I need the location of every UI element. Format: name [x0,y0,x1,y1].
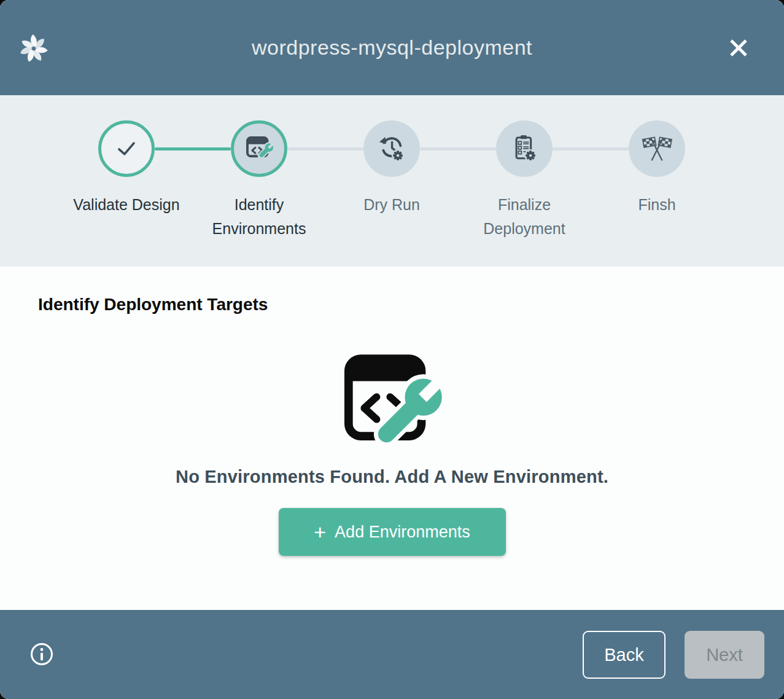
code-window-wrench-icon [242,131,276,166]
clipboard-gear-icon [507,131,541,166]
dry-run-gear-icon [375,131,409,166]
step-finalize-deployment: Finalize Deployment [457,120,592,241]
wizard-content: Identify Deployment Targets No Environme… [0,267,784,610]
checkered-flags-icon [639,131,675,166]
wizard-header: wordpress-mysql-deployment [0,0,784,95]
step-dry-run: Dry Run [324,120,459,217]
plus-icon: + [314,521,326,542]
next-button[interactable]: Next [685,631,764,679]
back-button[interactable]: Back [583,631,666,679]
environments-empty-state: No Environments Found. Add A New Environ… [0,346,784,556]
wizard-footer: Back Next [0,610,784,699]
step-label: Validate Design [59,193,194,217]
content-heading: Identify Deployment Targets [38,295,268,314]
step-identify-environments: Identify Environments [192,120,327,241]
check-icon [111,133,142,165]
info-button[interactable] [29,642,54,666]
code-window-wrench-large-icon [334,346,451,456]
wizard-stepper: Validate Design [0,95,784,267]
step-label: Finsh [589,193,724,217]
step-finish: Finsh [589,120,724,217]
step-label: Dry Run [324,193,459,217]
empty-state-message: No Environments Found. Add A New Environ… [0,467,784,487]
close-icon [727,36,750,60]
close-button[interactable] [723,32,755,64]
add-environments-label: Add Environments [335,523,470,542]
deployment-wizard-dialog: wordpress-mysql-deployment Validate Desi… [0,0,784,699]
step-label: Finalize Deployment [457,193,592,241]
info-icon [29,642,54,666]
step-validate-design: Validate Design [59,120,194,217]
add-environments-button[interactable]: + Add Environments [279,508,506,556]
dialog-title: wordpress-mysql-deployment [252,36,532,60]
meshery-logo-icon [18,33,49,64]
step-label: Identify Environments [192,193,327,241]
